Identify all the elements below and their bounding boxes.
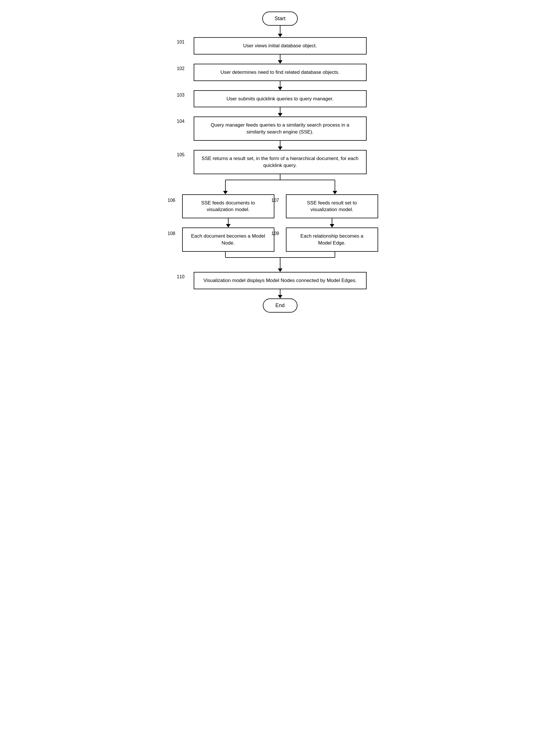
split-row-106-107: 106 SSE feeds documents to visualization…: [168, 194, 393, 252]
step-107-box: SSE feeds result set to visualization mo…: [286, 194, 378, 218]
svg-marker-5: [333, 191, 337, 194]
step-104-box: Query manager feeds queries to a similar…: [194, 116, 367, 141]
svg-marker-3: [223, 191, 228, 194]
split-col-left: 106 SSE feeds documents to visualization…: [182, 194, 274, 252]
step-103-box: User submits quicklink queries to query …: [194, 90, 367, 108]
ref-108: 108: [168, 231, 176, 236]
ref-107: 107: [271, 198, 279, 203]
merge-arrows-svg: [194, 252, 367, 272]
step-105-box: SSE returns a result set, in the form of…: [194, 150, 367, 174]
branch-arrows-svg: [194, 174, 367, 194]
split-col-right: 107 SSE feeds result set to visualizatio…: [286, 194, 378, 252]
step-101-wrapper: 101 User views initial database object.: [194, 37, 367, 54]
step-102-box: User determines need to find related dat…: [194, 64, 367, 81]
ref-103: 103: [177, 93, 185, 98]
ref-109: 109: [271, 231, 279, 236]
step-109-box: Each relationship becomes a Model Edge.: [286, 227, 378, 252]
step-101-box: User views initial database object.: [194, 37, 367, 54]
end-terminal: End: [263, 298, 297, 312]
ref-101: 101: [177, 39, 185, 45]
ref-110: 110: [177, 274, 185, 279]
step-106-box: SSE feeds documents to visualization mod…: [182, 194, 274, 218]
step-110-box: Visualization model displays Model Nodes…: [194, 272, 367, 289]
step-108-box: Each document becomes a Model Node.: [182, 227, 274, 252]
step-104-wrapper: 104 Query manager feeds queries to a sim…: [194, 116, 367, 141]
start-terminal: Start: [262, 12, 297, 26]
step-102-wrapper: 102 User determines need to find related…: [194, 64, 367, 81]
flowchart-container: Start 101 User views initial database ob…: [168, 12, 393, 312]
ref-105: 105: [177, 152, 185, 157]
step-103-wrapper: 103 User submits quicklink queries to qu…: [194, 90, 367, 108]
step-110-wrapper: 110 Visualization model displays Model N…: [194, 272, 367, 289]
svg-marker-10: [278, 268, 282, 272]
ref-102: 102: [177, 66, 185, 71]
step-105-wrapper: 105 SSE returns a result set, in the for…: [194, 150, 367, 174]
ref-104: 104: [177, 119, 185, 124]
ref-106: 106: [168, 198, 176, 203]
